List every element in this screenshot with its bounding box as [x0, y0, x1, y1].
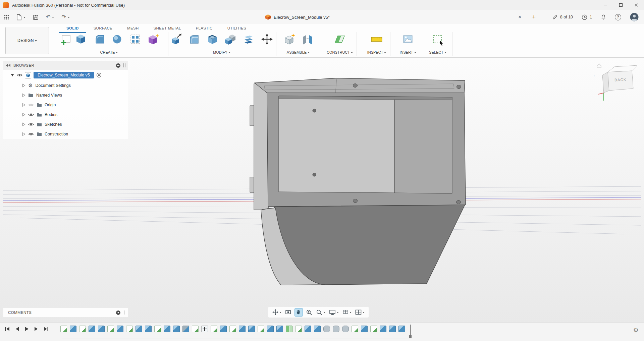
close-button[interactable] [629, 0, 644, 10]
model-3d[interactable] [250, 78, 466, 285]
timeline-feature-extrude[interactable] [89, 326, 95, 332]
browser-item-sketches[interactable]: Sketches [3, 119, 128, 129]
timeline-feature-extrude[interactable] [267, 326, 274, 332]
timeline-feature-extrude[interactable] [314, 326, 321, 332]
minimize-button[interactable] [598, 0, 613, 10]
select-dropdown[interactable]: SELECT [416, 50, 460, 54]
activate-component-radio[interactable] [96, 72, 102, 78]
document-tab[interactable]: Elecrow_Screen_Module v5* [265, 10, 330, 24]
timeline-feature-mirror[interactable] [286, 326, 292, 332]
timeline-feature-extrude[interactable] [398, 326, 405, 332]
timeline-feature-fillet[interactable] [333, 326, 339, 332]
move-copy-button[interactable] [261, 33, 273, 46]
assemble-dropdown[interactable]: ASSEMBLE [276, 50, 320, 54]
notifications-button[interactable] [599, 13, 607, 21]
timeline-feature-sketch[interactable] [79, 326, 86, 332]
split-body-button[interactable] [242, 33, 255, 46]
timeline-feature-extrude[interactable] [145, 326, 152, 332]
zoom-button[interactable] [305, 308, 313, 316]
timeline-feature-extrude[interactable] [164, 326, 170, 332]
new-component-button[interactable] [283, 33, 296, 46]
file-menu-button[interactable] [15, 13, 27, 22]
timeline-feature-extrude[interactable] [239, 326, 246, 332]
tab-solid[interactable]: SOLID [59, 24, 86, 33]
timeline-feature-sketch[interactable] [154, 326, 161, 332]
eye-icon[interactable] [17, 73, 22, 77]
timeline-feature-extrude[interactable] [361, 326, 368, 332]
combine-button[interactable] [224, 33, 237, 46]
create-form-button[interactable] [147, 33, 160, 46]
browser-item-document-settings[interactable]: ⚙ Document Settings [3, 80, 128, 90]
comments-options-icon[interactable] [116, 310, 121, 315]
timeline-feature-fillet[interactable] [342, 326, 349, 332]
play-button[interactable] [24, 327, 29, 331]
save-button[interactable] [32, 13, 40, 21]
tab-utilities[interactable]: UTILITIES [220, 24, 254, 33]
timeline-feature-sketch[interactable] [192, 326, 199, 332]
expander-open-icon[interactable] [11, 73, 14, 77]
skip-to-end-button[interactable] [44, 327, 49, 331]
new-document-tab-button[interactable]: + [532, 10, 536, 24]
eye-icon[interactable] [28, 113, 34, 117]
expander-closed-icon[interactable] [22, 113, 25, 117]
timeline-feature-combine[interactable] [182, 326, 189, 332]
browser-item-bodies[interactable]: Bodies [3, 110, 128, 119]
insert-image-button[interactable] [401, 33, 414, 46]
viewports-button[interactable] [355, 309, 365, 316]
timeline-feature-sketch[interactable] [229, 326, 236, 332]
step-back-button[interactable] [15, 327, 19, 331]
grid-snaps-button[interactable] [342, 309, 352, 316]
timeline-feature-sketch[interactable] [370, 326, 377, 332]
timeline-feature-extrude[interactable] [98, 326, 105, 332]
expander-closed-icon[interactable] [22, 93, 25, 97]
browser-item-origin[interactable]: Origin [3, 100, 128, 110]
timeline-feature-sketch[interactable] [258, 326, 264, 332]
timeline-playhead[interactable] [410, 325, 411, 337]
tab-surface[interactable]: SURFACE [86, 24, 120, 33]
workspace-selector[interactable]: DESIGN [5, 27, 49, 54]
timeline-feature-extrude[interactable] [136, 326, 142, 332]
user-avatar[interactable] [629, 11, 640, 23]
revolve-button[interactable] [94, 33, 106, 46]
collapse-panel-icon[interactable] [6, 64, 11, 67]
shell-button[interactable] [206, 33, 219, 46]
timeline-feature-extrude[interactable] [117, 326, 123, 332]
app-grid-menu-icon[interactable] [3, 13, 10, 21]
viewcube-home-icon[interactable] [597, 64, 601, 68]
eye-icon[interactable] [28, 122, 34, 126]
panel-grip[interactable] [124, 310, 126, 315]
comments-panel[interactable]: COMMENTS [3, 308, 128, 317]
timeline-feature-sketch[interactable] [211, 326, 217, 332]
timeline-feature-extrude[interactable] [276, 326, 283, 332]
step-forward-button[interactable] [34, 327, 38, 331]
version-history-button[interactable]: 8 of 10 [551, 13, 574, 21]
orbit-button[interactable] [272, 308, 282, 316]
timeline-feature-sketch[interactable] [126, 326, 133, 332]
timeline-feature-extrude[interactable] [70, 326, 76, 332]
timeline-settings-gear-icon[interactable]: ⚙ [633, 327, 639, 333]
viewcube-top-face[interactable] [608, 65, 637, 72]
job-status-button[interactable]: 1 [580, 13, 593, 21]
eye-icon[interactable] [28, 103, 34, 107]
display-settings-button[interactable] [328, 308, 339, 316]
display-settings-filter-icon[interactable] [116, 63, 121, 68]
timeline-feature-sketch[interactable] [352, 326, 358, 332]
redo-button[interactable]: ↷ [60, 13, 71, 21]
browser-item-construction[interactable]: Construction [3, 129, 128, 139]
tab-mesh[interactable]: MESH [120, 24, 146, 33]
skip-to-start-button[interactable] [5, 327, 10, 331]
expander-closed-icon[interactable] [22, 122, 25, 126]
expander-closed-icon[interactable] [22, 132, 25, 136]
browser-root-row[interactable]: Elecrow_Screen_Module v5 [3, 70, 128, 80]
eye-icon[interactable] [28, 132, 34, 136]
timeline-feature-extrude[interactable] [389, 326, 396, 332]
tab-plastic[interactable]: PLASTIC [189, 24, 220, 33]
timeline-feature-move[interactable] [201, 326, 208, 332]
pan-button[interactable] [294, 308, 303, 317]
timeline-feature-extrude[interactable] [220, 326, 227, 332]
help-button[interactable]: ? [613, 13, 623, 22]
create-dropdown[interactable]: CREATE [87, 50, 131, 54]
tab-sheet-metal[interactable]: SHEET METAL [146, 24, 189, 33]
undo-button[interactable]: ↶ [45, 13, 55, 21]
browser-header[interactable]: BROWSER [3, 61, 128, 70]
